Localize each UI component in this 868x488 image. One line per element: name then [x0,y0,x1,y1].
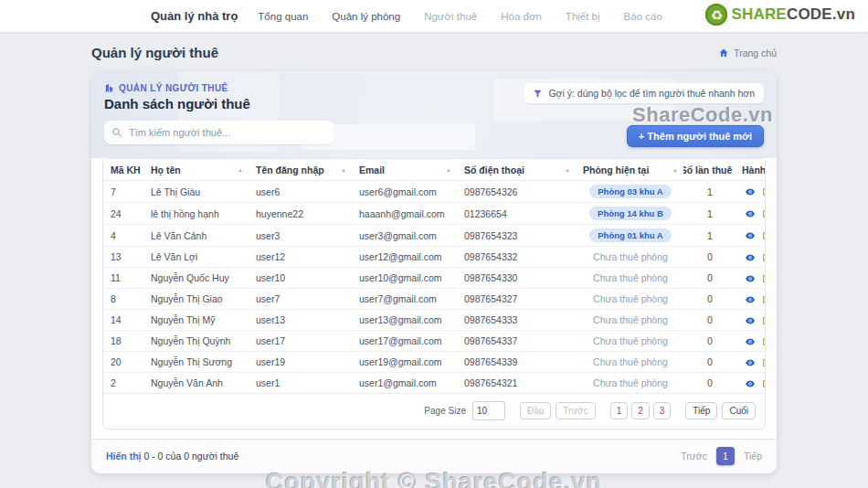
view-icon[interactable] [745,336,756,347]
column-header[interactable]: Số lần thuê▲ [683,159,735,181]
sort-icon[interactable]: ▲ [341,167,346,173]
column-header[interactable]: Số điện thoại▲ [457,159,576,181]
edit-icon[interactable] [761,378,766,389]
row-actions [735,289,766,310]
edit-icon[interactable] [761,273,766,284]
tenant-email: user17@gmail.com [352,331,457,352]
edit-icon[interactable] [761,357,766,368]
tenant-room: Chưa thuê phòng [576,310,683,331]
column-header[interactable]: Email▲ [352,159,457,181]
tenant-room: Chưa thuê phòng [576,268,683,289]
rent-count: 0 [683,289,735,310]
view-icon[interactable] [745,378,756,389]
last-page-button[interactable]: Cuối [722,402,756,419]
tenant-name: Lê Văn Lợi [143,247,249,268]
footer-current-page[interactable]: 1 [716,447,735,465]
tenant-phone: 0987654333 [457,310,576,331]
nav-item-tổng-quan[interactable]: Tổng quan [258,11,308,22]
no-room-label: Chưa thuê phòng [593,251,668,262]
tenant-id: 2 [103,373,143,394]
edit-icon[interactable] [761,294,766,305]
edit-icon[interactable] [761,208,766,219]
tenant-id: 8 [103,289,143,310]
row-actions [735,181,766,203]
sort-icon[interactable]: ▲ [734,167,735,173]
rent-count: 0 [683,268,735,289]
nav-item-báo-cáo[interactable]: Báo cáo [624,11,662,22]
nav-item-hóa-đơn[interactable]: Hóa đơn [501,11,542,22]
tenant-row: 18Nguyễn Thị Quỳnhuser17user17@gmail.com… [103,331,766,352]
tenant-username: user6 [249,181,352,203]
tenant-id: 13 [103,247,143,268]
row-actions [735,352,766,373]
breadcrumb[interactable]: Trang chủ [718,48,777,58]
edit-icon[interactable] [761,252,766,263]
tenant-username: user13 [249,310,352,331]
view-icon[interactable] [745,315,756,326]
tenant-email: user1@gmail.com [352,373,457,394]
prev-page-button[interactable]: Trước [556,402,595,419]
tenant-phone: 0987654337 [457,331,576,352]
column-header[interactable]: Họ tên▲ [143,159,249,181]
view-icon[interactable] [745,230,756,241]
tenant-table-container: Mã KH▲Họ tên▲Tên đăng nhập▲Email▲Số điện… [102,158,766,430]
view-icon[interactable] [745,273,756,284]
page-button-1[interactable]: 1 [610,402,629,419]
sort-icon[interactable]: ▲ [672,167,678,173]
search-input[interactable] [129,127,327,138]
no-room-label: Chưa thuê phòng [593,314,668,325]
tenant-table: Mã KH▲Họ tên▲Tên đăng nhập▲Email▲Số điện… [103,159,766,394]
view-icon[interactable] [745,294,756,305]
footer-next-button[interactable]: Tiếp [744,451,762,461]
next-page-button[interactable]: Tiếp [685,402,717,419]
room-badge: Phòng 01 khu A [589,228,671,242]
tip-text: Gợi ý: dùng bộ lọc để tìm người thuê nha… [548,88,755,99]
no-room-label: Chưa thuê phòng [593,356,668,367]
column-header[interactable]: Phòng hiện tại▲ [576,159,683,181]
page-head: Quản lý người thuê Trang chủ [0,32,868,64]
tenant-row: 4Lê Văn Cảnhuser3user3@gmail.com09876543… [103,225,766,247]
tenant-row: 14Nguyễn Thị Mỹuser13user13@gmail.com098… [103,310,766,331]
copyright-watermark: Copyright © ShareCode.vn [0,469,868,488]
view-icon[interactable] [745,252,756,263]
tenant-id: 4 [103,225,143,247]
sort-icon[interactable]: ▲ [143,167,143,173]
tenant-email: haaanh@gmail.com [352,203,457,225]
edit-icon[interactable] [761,186,766,197]
column-header[interactable]: Tên đăng nhập▲ [249,159,352,181]
tenant-row: 8Nguyễn Thị Giaouser7user7@gmail.com0987… [103,289,766,310]
footer-prev-button[interactable]: Trước [681,451,707,461]
page-button-3[interactable]: 3 [653,402,672,419]
view-icon[interactable] [745,357,756,368]
edit-icon[interactable] [761,230,766,241]
sort-icon[interactable]: ▲ [238,167,243,173]
column-header: Hành động [735,159,766,181]
watermark-text: ShareCode.vn [632,103,773,127]
edit-icon[interactable] [761,315,766,326]
view-icon[interactable] [745,208,756,219]
app-brand[interactable]: Quản lý nhà trọ [151,9,238,23]
tenant-name: lê thị hồng hạnh [143,203,249,225]
page-button-2[interactable]: 2 [631,402,650,419]
page-size-input[interactable] [472,401,505,420]
sort-icon[interactable]: ▲ [446,167,451,173]
nav-item-người-thuê[interactable]: Người thuê [424,11,477,22]
sharecode-logo[interactable]: ♻ SHARECODE.vn [705,4,855,26]
tenant-username: huyenne22 [249,203,352,225]
column-header[interactable]: Mã KH▲ [103,159,143,181]
nav-item-thiết-bị[interactable]: Thiết bị [566,11,600,22]
table-pagination: Page Size Đầu Trước 123 Tiếp Cuối [103,394,765,429]
tenant-row: 13Lê Văn Lợiuser12user12@gmail.com098765… [103,247,766,268]
nav-items: Tổng quanQuản lý phòngNgười thuêHóa đơnT… [258,11,662,22]
nav-item-quản-lý-phòng[interactable]: Quản lý phòng [332,11,400,22]
add-tenant-button[interactable]: + Thêm người thuê mới [627,125,764,147]
first-page-button[interactable]: Đầu [520,402,551,419]
row-actions [735,331,766,352]
sort-icon[interactable]: ▲ [565,167,570,173]
search-icon [111,127,122,138]
view-icon[interactable] [745,186,756,197]
table-head-row: Mã KH▲Họ tên▲Tên đăng nhập▲Email▲Số điện… [103,159,766,181]
edit-icon[interactable] [761,336,766,347]
search-box [104,121,334,144]
rent-count: 0 [683,331,735,352]
